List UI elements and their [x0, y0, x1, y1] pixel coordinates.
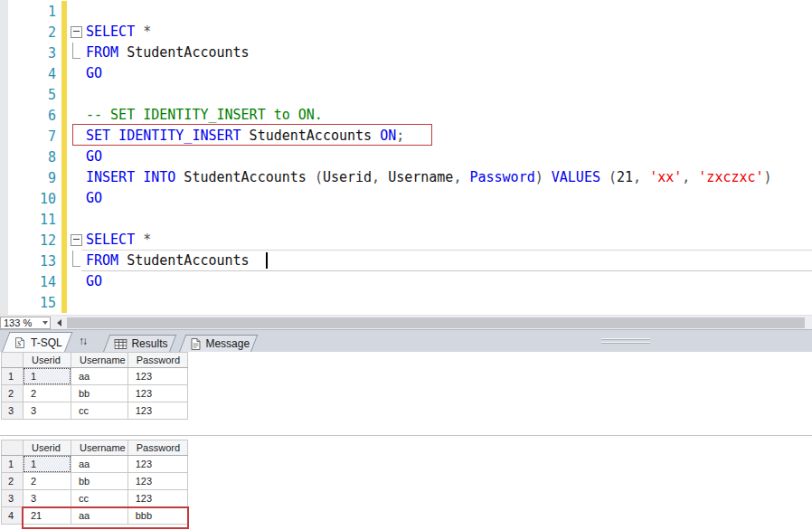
- code-line[interactable]: 12SELECT *: [0, 230, 812, 251]
- code-text[interactable]: FROM StudentAccounts: [86, 43, 250, 63]
- code-line[interactable]: 9INSERT INTO StudentAccounts (Userid, Us…: [0, 167, 812, 188]
- grid-cell[interactable]: 123: [127, 368, 187, 385]
- code-line[interactable]: 10GO: [0, 188, 812, 209]
- code-line[interactable]: 15: [0, 292, 812, 313]
- code-line[interactable]: 1: [0, 1, 812, 22]
- code-text[interactable]: GO: [86, 63, 102, 84]
- line-number[interactable]: 4: [8, 66, 61, 82]
- grid-cell[interactable]: 123: [127, 473, 187, 490]
- column-header-password[interactable]: Password: [127, 440, 187, 456]
- collapse-minus-icon[interactable]: [71, 234, 82, 246]
- row-header[interactable]: 3: [2, 402, 24, 420]
- grid-cell[interactable]: 3: [24, 402, 71, 420]
- fold-guide-line: [72, 251, 80, 267]
- tab-results[interactable]: Results: [103, 335, 176, 352]
- results-grid-2: UseridUsernamePassword11aa12322bb12333cc…: [1, 440, 188, 525]
- code-line[interactable]: 6-- SET IDENTITY_INSERT to ON.: [0, 105, 812, 126]
- sql-editor[interactable]: 12SELECT *3FROM StudentAccounts4GO56-- S…: [0, 0, 812, 315]
- grid-cell[interactable]: 123: [127, 385, 187, 402]
- horizontal-scrollbar[interactable]: 133 %: [0, 315, 812, 330]
- grid-cell[interactable]: cc: [71, 402, 128, 420]
- grip-line: [601, 342, 650, 344]
- tab-message[interactable]: Message: [179, 335, 258, 352]
- grid-corner-cell[interactable]: [2, 353, 24, 368]
- code-line[interactable]: 5: [0, 84, 812, 105]
- column-header-userid[interactable]: Userid: [24, 353, 71, 368]
- grid-cell[interactable]: bbb: [127, 507, 187, 525]
- code-text[interactable]: SELECT *: [86, 22, 151, 43]
- code-line[interactable]: 13FROM StudentAccounts: [0, 251, 812, 271]
- fold-collapse-button[interactable]: [67, 22, 86, 43]
- grid-cell[interactable]: 123: [127, 490, 187, 507]
- line-number[interactable]: 3: [8, 45, 61, 62]
- grid-cell[interactable]: 123: [127, 402, 187, 420]
- code-line[interactable]: 4GO: [0, 63, 812, 84]
- column-header-userid[interactable]: Userid: [24, 440, 71, 456]
- grid-cell[interactable]: aa: [71, 456, 128, 473]
- row-header[interactable]: 1: [2, 368, 24, 385]
- syntax-operator: ): [535, 169, 552, 185]
- line-number[interactable]: 1: [8, 4, 61, 20]
- collapse-minus-icon[interactable]: [71, 26, 82, 38]
- grid-cell[interactable]: 2: [24, 473, 71, 490]
- code-line[interactable]: 2SELECT *: [0, 22, 812, 43]
- swap-panes-button[interactable]: ↑↓: [76, 334, 89, 348]
- code-line[interactable]: 3FROM StudentAccounts: [0, 43, 812, 63]
- grid-cell[interactable]: bb: [71, 473, 128, 490]
- line-number[interactable]: 11: [8, 212, 61, 228]
- fold-collapse-button[interactable]: [67, 230, 86, 251]
- syntax-identifier: Username: [388, 169, 453, 185]
- line-number[interactable]: 14: [8, 274, 61, 290]
- row-header[interactable]: 4: [2, 507, 24, 525]
- grid-cell[interactable]: 123: [127, 456, 187, 473]
- grid-cell[interactable]: 1: [24, 456, 71, 473]
- tab-tsql[interactable]: S T-SQL: [2, 332, 72, 352]
- line-number[interactable]: 9: [8, 170, 61, 186]
- code-line[interactable]: 8GO: [0, 147, 812, 167]
- column-header-username[interactable]: Username: [71, 353, 128, 368]
- grid-cell[interactable]: cc: [71, 490, 128, 507]
- code-text[interactable]: -- SET IDENTITY_INSERT to ON.: [86, 105, 323, 126]
- row-header[interactable]: 2: [2, 385, 24, 402]
- code-text[interactable]: INSERT INTO StudentAccounts (Userid, Use…: [86, 167, 772, 188]
- line-number[interactable]: 12: [8, 232, 61, 249]
- code-line[interactable]: 11: [0, 209, 812, 230]
- code-text[interactable]: GO: [86, 271, 102, 292]
- code-line[interactable]: 14GO: [0, 271, 812, 292]
- code-text[interactable]: SELECT *: [86, 230, 151, 251]
- code-text[interactable]: FROM StudentAccounts: [86, 251, 268, 271]
- line-number[interactable]: 5: [8, 87, 61, 103]
- row-header[interactable]: 2: [2, 473, 24, 490]
- tsql-script-icon: S: [14, 336, 26, 349]
- line-number[interactable]: 15: [8, 295, 61, 311]
- column-header-username[interactable]: Username: [71, 440, 128, 456]
- grid-cell[interactable]: 2: [24, 385, 71, 402]
- pane-splitter-grip[interactable]: [601, 338, 650, 345]
- line-number[interactable]: 10: [8, 191, 61, 207]
- fold-guide: [67, 43, 86, 63]
- row-header[interactable]: 1: [2, 456, 24, 473]
- grid-cell[interactable]: 3: [24, 490, 71, 507]
- grid-cell[interactable]: aa: [71, 507, 128, 525]
- syntax-operator: ,: [453, 169, 469, 185]
- scroll-left-button[interactable]: [55, 318, 64, 327]
- grid-cell[interactable]: 21: [24, 507, 71, 525]
- grid-cell[interactable]: bb: [71, 385, 128, 402]
- column-header-password[interactable]: Password: [127, 353, 187, 368]
- scrollbar-thumb[interactable]: [67, 317, 805, 328]
- grid-cell[interactable]: aa: [71, 368, 128, 385]
- line-number[interactable]: 6: [8, 108, 61, 124]
- code-text[interactable]: GO: [86, 188, 102, 209]
- code-line[interactable]: 7SET IDENTITY_INSERT StudentAccounts ON;: [0, 126, 812, 147]
- line-number[interactable]: 8: [8, 149, 61, 166]
- chevron-down-icon[interactable]: [40, 317, 50, 328]
- row-header[interactable]: 3: [2, 490, 24, 507]
- line-number[interactable]: 13: [8, 253, 61, 270]
- grid-cell[interactable]: 1: [24, 368, 71, 385]
- line-number[interactable]: 7: [8, 128, 61, 145]
- line-number[interactable]: 2: [8, 24, 61, 41]
- code-text[interactable]: GO: [86, 147, 102, 167]
- code-text[interactable]: SET IDENTITY_INSERT StudentAccounts ON;: [86, 126, 404, 147]
- zoom-level-combobox[interactable]: 133 %: [0, 317, 51, 329]
- grid-corner-cell[interactable]: [2, 440, 24, 456]
